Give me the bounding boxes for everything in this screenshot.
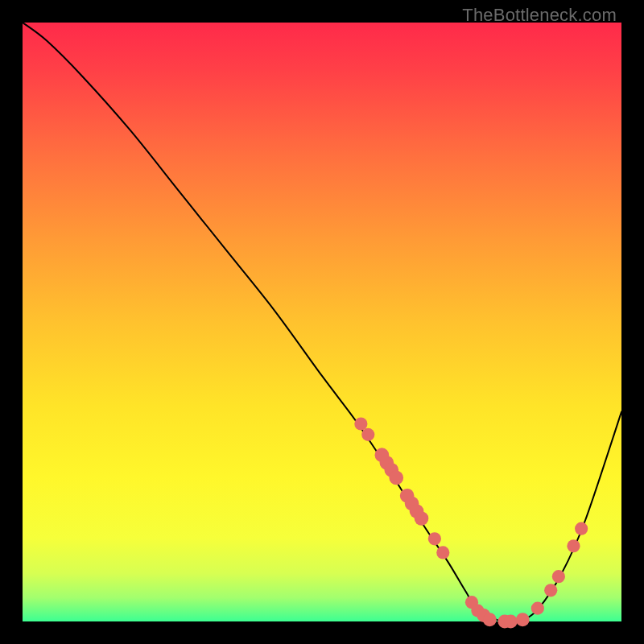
marker-dot xyxy=(361,428,374,441)
chart-area xyxy=(23,23,621,621)
marker-dot xyxy=(415,511,429,526)
bottleneck-curve xyxy=(23,23,621,623)
marker-dot xyxy=(567,539,580,552)
chart-svg xyxy=(23,23,621,621)
marker-dot xyxy=(483,613,497,626)
marker-dot xyxy=(531,602,544,615)
marker-dot xyxy=(389,471,403,485)
marker-dot xyxy=(354,417,367,430)
marker-dot xyxy=(436,546,449,559)
marker-dot xyxy=(516,613,530,626)
marker-group xyxy=(354,417,588,628)
marker-dot xyxy=(544,584,557,597)
marker-dot xyxy=(504,615,518,629)
marker-dot xyxy=(575,522,588,535)
marker-dot xyxy=(428,532,441,545)
marker-dot xyxy=(552,570,565,583)
attribution-text: TheBottleneck.com xyxy=(462,5,617,26)
